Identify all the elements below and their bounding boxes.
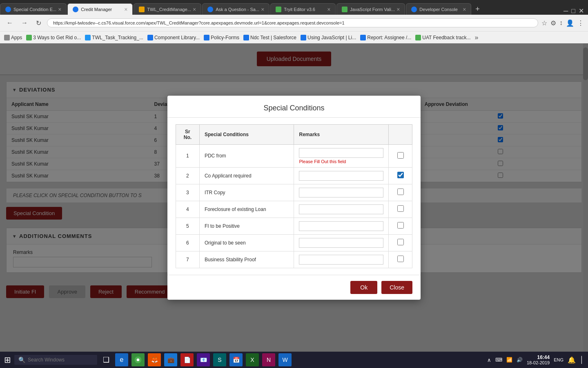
cell-sr: 6 xyxy=(176,234,200,251)
taskbar-app4-icon[interactable]: 💼 xyxy=(164,353,177,366)
taskbar-outlook-icon[interactable]: 📅 xyxy=(229,353,243,366)
taskbar-chrome-icon[interactable] xyxy=(131,353,145,366)
cell-remarks[interactable] xyxy=(294,218,389,234)
taskbar-up-icon[interactable]: ∧ xyxy=(487,357,491,363)
condition-checkbox[interactable] xyxy=(397,172,404,178)
bookmark-3ways-label: 3 Ways to Get Rid o... xyxy=(33,35,81,40)
cell-remarks[interactable]: Please Fill Out this field xyxy=(294,144,389,167)
show-desktop-icon[interactable]: │ xyxy=(580,356,584,364)
remarks-input-field[interactable] xyxy=(299,238,383,248)
cell-sr: 2 xyxy=(176,167,200,184)
taskbar-clock[interactable]: 16:44 18-02-2019 xyxy=(527,355,550,365)
cell-remarks[interactable] xyxy=(294,167,389,184)
cell-remarks[interactable] xyxy=(294,251,389,268)
field-error: Please Fill Out this field xyxy=(299,159,383,164)
tab-label: TWL_CreditManage... xyxy=(147,7,191,12)
tab-close-icon[interactable]: × xyxy=(463,6,466,13)
cell-checkbox[interactable] xyxy=(389,144,412,167)
tab-twl[interactable]: TWL_CreditManage... × xyxy=(134,3,201,15)
col-checkbox xyxy=(389,124,412,144)
cell-remarks[interactable] xyxy=(294,184,389,201)
modal-close-button[interactable]: Close xyxy=(381,281,412,294)
cell-checkbox[interactable] xyxy=(389,201,412,218)
cell-checkbox[interactable] xyxy=(389,218,412,234)
bookmark-policy[interactable]: Policy-Forms xyxy=(204,35,239,40)
tab-close-icon[interactable]: × xyxy=(193,6,196,13)
remarks-input-field[interactable] xyxy=(299,204,383,214)
condition-checkbox[interactable] xyxy=(397,239,404,245)
condition-checkbox[interactable] xyxy=(397,152,404,159)
start-button[interactable]: ⊞ xyxy=(4,355,11,365)
maximize-button[interactable]: □ xyxy=(571,7,575,15)
cell-sr: 3 xyxy=(176,184,200,201)
bookmark-apps[interactable]: Apps xyxy=(4,35,22,40)
tab-close-icon[interactable]: × xyxy=(58,6,61,13)
taskbar-excel-icon[interactable]: X xyxy=(246,353,259,366)
condition-checkbox[interactable] xyxy=(397,256,404,262)
network-icon[interactable]: 📶 xyxy=(506,357,512,363)
cell-checkbox[interactable] xyxy=(389,251,412,268)
cell-checkbox[interactable] xyxy=(389,184,412,201)
tab-close-icon[interactable]: × xyxy=(124,6,127,13)
volume-icon[interactable]: 🔊 xyxy=(517,357,523,363)
extensions-icon[interactable]: ⚙ xyxy=(550,19,556,27)
keyboard-icon[interactable]: ⌨ xyxy=(495,357,502,363)
cell-remarks[interactable] xyxy=(294,201,389,218)
condition-checkbox[interactable] xyxy=(397,205,404,212)
cell-checkbox[interactable] xyxy=(389,167,412,184)
sync-icon[interactable]: ↕ xyxy=(559,19,563,27)
condition-checkbox[interactable] xyxy=(397,188,404,195)
tab-credit-manager[interactable]: Credit Manager × xyxy=(67,3,133,15)
modal-ok-button[interactable]: Ok xyxy=(350,281,377,294)
bookmark-component[interactable]: Component Library... xyxy=(147,35,200,40)
bookmark-star-icon[interactable]: ☆ xyxy=(541,19,547,27)
tab-close-icon[interactable]: × xyxy=(327,6,330,13)
bookmark-twl[interactable]: TWL_Task_Tracking_... xyxy=(85,35,143,40)
notification-badge[interactable]: ENG xyxy=(554,357,564,362)
cell-remarks[interactable] xyxy=(294,234,389,251)
taskbar-search-input[interactable] xyxy=(28,357,93,363)
clock-date: 18-02-2019 xyxy=(527,360,550,365)
bookmark-3ways[interactable]: 3 Ways to Get Rid o... xyxy=(26,35,81,40)
tab-dev-console[interactable]: Developer Console × xyxy=(406,3,471,15)
bookmark-report[interactable]: Report: Assignee /... xyxy=(360,35,411,40)
taskbar-onenote-icon[interactable]: N xyxy=(262,353,275,366)
remarks-input-field[interactable] xyxy=(299,255,383,265)
menu-icon[interactable]: ⋮ xyxy=(577,19,584,27)
taskbar-word-icon[interactable]: W xyxy=(278,353,292,366)
svg-point-1 xyxy=(137,359,140,361)
new-tab-button[interactable]: + xyxy=(472,5,483,13)
bookmark-using-js[interactable]: Using JavaScript | Li... xyxy=(301,35,356,40)
remarks-input-field[interactable] xyxy=(299,171,383,181)
tab-special-condition[interactable]: Special Condition E... × xyxy=(0,3,67,15)
taskbar-skype-icon[interactable]: S xyxy=(213,353,226,366)
bookmark-uat[interactable]: UAT Feedback track... xyxy=(415,35,470,40)
tab-close-icon[interactable]: × xyxy=(396,6,400,13)
bookmark-ndc[interactable]: Ndc Test | Salesforce xyxy=(243,35,296,40)
taskbar-firefox-icon[interactable]: 🦊 xyxy=(148,353,161,366)
forward-button[interactable]: → xyxy=(19,18,30,27)
more-bookmarks-icon[interactable]: » xyxy=(475,34,479,41)
tab-favicon xyxy=(73,7,78,12)
url-input[interactable]: https://kmpl-twlosdev--c.cs76.visual.for… xyxy=(47,18,538,27)
taskbar-search[interactable]: 🔍 xyxy=(14,355,97,365)
close-button[interactable]: ✕ xyxy=(579,7,584,15)
minimize-button[interactable]: ─ xyxy=(564,7,568,15)
reload-button[interactable]: ↻ xyxy=(33,18,44,28)
remarks-input-field[interactable] xyxy=(299,148,383,158)
taskbar-app5-icon[interactable]: 📄 xyxy=(180,353,194,366)
condition-checkbox[interactable] xyxy=(397,222,404,229)
taskbar-ie-icon[interactable]: e xyxy=(115,353,128,366)
cell-checkbox[interactable] xyxy=(389,234,412,251)
remarks-input-field[interactable] xyxy=(299,221,383,231)
tab-js-form[interactable]: JavaScript Form Vali... × xyxy=(336,3,405,15)
remarks-input-field[interactable] xyxy=(299,188,383,197)
taskbar-app6-icon[interactable]: 📧 xyxy=(197,353,210,366)
notifications-icon[interactable]: 🔔 xyxy=(568,356,576,364)
tab-ask-question[interactable]: Ask a Question - Sa... × xyxy=(202,3,270,15)
task-view-icon[interactable]: ❑ xyxy=(100,354,112,366)
tab-close-icon[interactable]: × xyxy=(261,6,264,13)
back-button[interactable]: ← xyxy=(4,18,16,27)
tab-tryit[interactable]: Tryit Editor v3.6 × xyxy=(270,3,336,15)
account-icon[interactable]: 👤 xyxy=(566,19,574,27)
